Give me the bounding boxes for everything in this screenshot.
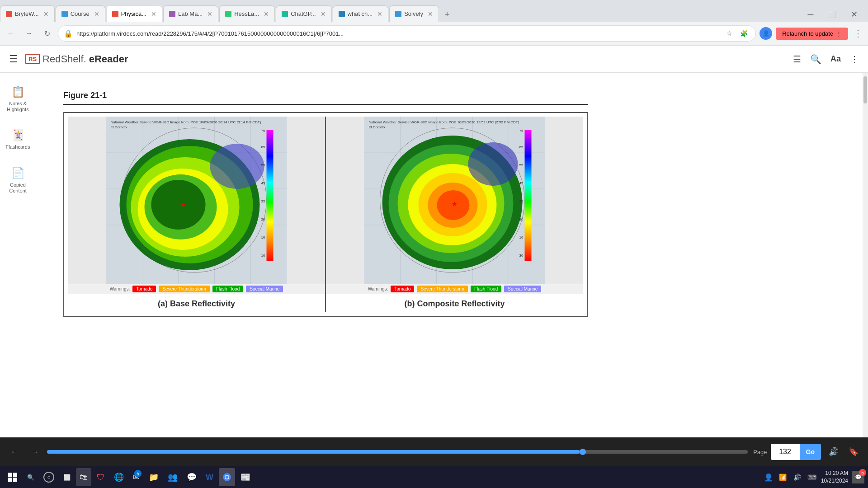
sidebar: 📋 Notes &Highlights 🃏 Flashcards 📄 Copie… [0,73,36,437]
svg-rect-17 [267,130,274,261]
wifi-icon[interactable]: 📶 [778,472,788,483]
tab-close-tab6[interactable]: ✕ [321,10,326,18]
new-tab-button[interactable]: + [440,7,454,22]
page-content: Figure 21-1 [36,73,624,335]
keyboard-icon[interactable]: ⌨ [807,472,817,483]
tab-favicon-tab5 [225,11,231,17]
tab-close-tab4[interactable]: ✕ [207,10,212,18]
browser-tab-tab5[interactable]: HessLa... ✕ [219,5,275,22]
search-taskbar-icon: 🔍 [27,474,34,481]
profile-avatar[interactable]: 👤 [760,27,772,40]
browser-tab-tab2[interactable]: Course ✕ [56,5,105,22]
tab-bar: BryteW... ✕ Course ✕ Physica... ✕ Lab Ma… [0,0,868,22]
bookmark-star-icon[interactable]: ☆ [723,27,736,40]
audio-icon[interactable]: 🔊 [826,445,841,459]
svg-text:★: ★ [180,201,186,208]
caption-b: (b) Composite Reflectivity [326,294,583,312]
people-icon[interactable]: 👤 [763,472,774,483]
taskbar-taskview[interactable]: ⬜ [60,468,74,486]
page-number-input[interactable] [771,444,800,460]
copied-label: CopiedContent [9,182,27,194]
sidebar-item-flashcards[interactable]: 🃏 Flashcards [2,125,34,154]
taskbar-edge[interactable]: 🌐 [110,468,127,486]
tab-close-tab7[interactable]: ✕ [377,10,382,18]
prev-page-button[interactable]: ← [7,445,22,459]
url-input[interactable] [76,30,719,37]
taskbar-files[interactable]: 📁 [145,468,162,486]
more-options-icon[interactable]: ⋮ [850,54,859,65]
browser-tab-tab4[interactable]: Lab Ma... ✕ [163,5,218,22]
tornado-badge-b: Tornado [391,286,414,292]
header-left: ☰ RS RedShelf. eReader [9,53,128,65]
tab-close-tab8[interactable]: ✕ [428,10,433,18]
chrome-menu-button[interactable]: ⋮ [852,27,864,40]
notifications-center[interactable]: 💬 5 [852,471,864,483]
tab-close-tab5[interactable]: ✕ [264,10,269,18]
go-button[interactable]: Go [800,444,821,460]
svg-point-14 [151,180,206,230]
taskbar-search[interactable]: 🔍 [24,468,38,486]
tab-close-tab2[interactable]: ✕ [94,10,99,18]
clock-date: 10/21/2024 [821,477,848,485]
app: ☰ RS RedShelf. eReader ☰ 🔍 Aa ⋮ 📋 Notes … [0,46,868,466]
progress-bar[interactable] [47,450,748,454]
forward-button[interactable]: → [22,26,36,41]
scrollbar-track[interactable] [863,73,868,437]
notes-icon: 📋 [11,85,25,98]
maximize-button[interactable]: ⬜ [822,7,843,22]
relaunch-button[interactable]: Relaunch to update ⋮ [776,28,848,40]
scrollbar-thumb[interactable] [863,76,867,103]
sidebar-item-copied[interactable]: 📄 CopiedContent [2,163,34,197]
svg-rect-57 [8,473,12,477]
address-bar[interactable]: 🔒 ☆ 🧩 [58,25,756,42]
bottom-icons: 🔊 🔖 [826,445,861,459]
progress-thumb [580,449,586,455]
tab-close-tab1[interactable]: ✕ [43,10,49,18]
menu-dots-icon: ⋮ [836,30,842,37]
flood-badge-a: Flash Flood [212,286,243,292]
tab-label-tab5: HessLa... [234,10,259,17]
extensions-icon[interactable]: 🧩 [737,27,750,40]
bookmark-icon[interactable]: 🔖 [846,445,861,459]
browser-tab-tab3[interactable]: Physica... ✕ [106,5,162,22]
volume-icon[interactable]: 🔊 [792,472,803,483]
taskbar-store[interactable]: 🛍 [76,468,91,486]
sidebar-item-notes[interactable]: 📋 Notes &Highlights [2,82,34,116]
taskbar-messenger[interactable]: 💬 [183,468,200,486]
taskbar-email[interactable]: ✉ 5 [129,468,143,486]
start-button[interactable] [4,468,22,486]
redshelf-logo-box: RS [25,54,40,64]
minimize-button[interactable]: ─ [800,7,821,22]
taskbar-app-extra[interactable]: 📰 [237,468,254,486]
taskbar-chrome[interactable] [219,468,235,486]
radar-images: ★ [68,117,583,312]
svg-text:10: 10 [519,235,524,239]
taskbar-word[interactable]: W [202,468,217,486]
browser-tab-tab6[interactable]: ChatGP... ✕ [276,5,331,22]
svg-point-15 [210,144,264,189]
system-clock[interactable]: 10:20 AM 10/21/2024 [821,469,848,485]
tab-close-tab3[interactable]: ✕ [151,10,156,18]
browser-tab-tab1[interactable]: BryteW... ✕ [0,5,55,22]
windows-logo-icon [8,473,17,482]
back-button[interactable]: ← [4,26,18,41]
taskbar-teams[interactable]: 👥 [164,468,181,486]
next-page-button[interactable]: → [27,445,42,459]
taskbar-security[interactable]: 🛡 [93,468,108,486]
tab-favicon-tab6 [282,11,288,17]
tab-label-tab1: BryteW... [15,10,39,17]
taskbar-cortana[interactable]: ○ [40,468,58,486]
browser-tab-tab8[interactable]: Solvely ✕ [389,5,439,22]
radar-image-base: ★ [68,117,325,284]
close-window-button[interactable]: ✕ [844,7,864,22]
flood-badge-b: Flash Flood [471,286,501,292]
text-size-icon[interactable]: Aa [830,54,841,64]
hamburger-menu-button[interactable]: ☰ [9,53,18,65]
tab-favicon-tab7 [339,11,345,17]
search-icon[interactable]: 🔍 [810,54,821,65]
reload-button[interactable]: ↻ [40,26,54,41]
browser-tab-tab7[interactable]: what ch... ✕ [333,5,389,22]
svg-text:65: 65 [519,145,524,149]
reader-area[interactable]: Figure 21-1 [36,73,868,437]
list-icon[interactable]: ☰ [793,54,801,65]
